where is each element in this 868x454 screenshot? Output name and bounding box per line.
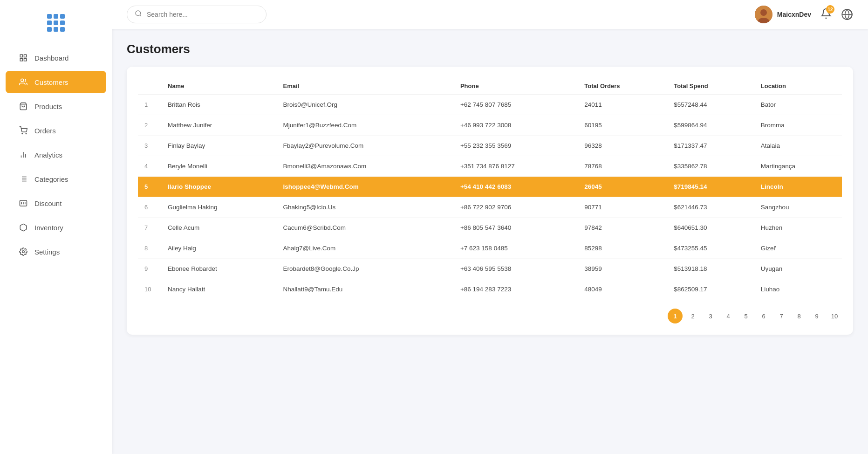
page-button[interactable]: 3 (703, 309, 718, 323)
cell-num: 3 (138, 136, 161, 156)
table-row[interactable]: 6 Guglielma Haking Ghaking5@Icio.Us +86 … (138, 197, 842, 218)
table-row[interactable]: 1 Brittan Rois Brois0@Unicef.Org +62 745… (138, 95, 842, 115)
cell-orders: 24011 (578, 95, 667, 115)
cell-phone: +351 734 876 8127 (454, 156, 578, 177)
page-button[interactable]: 7 (774, 309, 789, 323)
sidebar-item-label: Orders (34, 127, 56, 135)
cell-location: Sangzhou (754, 197, 842, 218)
col-spend: Total Spend (667, 78, 754, 95)
cell-orders: 96328 (578, 136, 667, 156)
cell-name: Ebonee Robardet (161, 259, 277, 279)
table-row[interactable]: 4 Beryle Monelli Bmonelli3@Amazonaws.Com… (138, 156, 842, 177)
search-input[interactable] (147, 11, 259, 18)
sidebar-item-products[interactable]: Products (6, 95, 106, 117)
cell-spend: $621446.73 (667, 197, 754, 218)
cell-location: Lincoln (754, 177, 842, 197)
cell-num: 8 (138, 238, 161, 259)
search-bar[interactable] (127, 6, 267, 23)
col-phone: Phone (454, 78, 578, 95)
col-location: Location (754, 78, 842, 95)
cell-location: Atalaia (754, 136, 842, 156)
cell-name: Nancy Hallatt (161, 279, 277, 300)
page-button[interactable]: 1 (668, 309, 683, 323)
sidebar-item-orders[interactable]: Orders (6, 119, 106, 142)
page-title: Customers (127, 42, 853, 56)
cell-phone: +63 406 595 5538 (454, 259, 578, 279)
cell-location: Bromma (754, 115, 842, 136)
cell-orders: 97842 (578, 218, 667, 238)
page-button[interactable]: 4 (721, 309, 736, 323)
sidebar-item-discount[interactable]: Discount (6, 192, 106, 214)
theme-toggle-button[interactable] (841, 8, 853, 21)
sidebar-item-label: Products (34, 103, 62, 110)
sidebar-item-dashboard[interactable]: Dashboard (6, 47, 106, 69)
svg-rect-2 (20, 59, 22, 61)
cell-num: 10 (138, 279, 161, 300)
table-row[interactable]: 9 Ebonee Robardet Erobardet8@Google.Co.J… (138, 259, 842, 279)
sidebar-item-label: Inventory (34, 224, 63, 232)
table-row[interactable]: 5 Ilario Shoppee Ishoppee4@Webmd.Com +54… (138, 177, 842, 197)
search-icon (135, 10, 142, 19)
page-button[interactable]: 9 (809, 309, 824, 323)
cell-email: Ghaking5@Icio.Us (277, 197, 454, 218)
cell-name: Beryle Monelli (161, 156, 277, 177)
cell-location: Liuhao (754, 279, 842, 300)
app-logo (0, 9, 112, 46)
cell-email: Ahaig7@Live.Com (277, 238, 454, 259)
sidebar-item-label: Categories (34, 175, 68, 183)
col-num (138, 78, 161, 95)
cell-phone: +86 194 283 7223 (454, 279, 578, 300)
sidebar-item-analytics[interactable]: Analytics (6, 144, 106, 166)
orders-icon (19, 126, 28, 135)
discount-icon (19, 199, 28, 208)
cell-email: Ishoppee4@Webmd.Com (277, 177, 454, 197)
cell-spend: $335862.78 (667, 156, 754, 177)
table-row[interactable]: 10 Nancy Hallatt Nhallatt9@Tamu.Edu +86 … (138, 279, 842, 300)
cell-phone: +62 745 807 7685 (454, 95, 578, 115)
cell-name: Guglielma Haking (161, 197, 277, 218)
cell-orders: 38959 (578, 259, 667, 279)
cell-orders: 78768 (578, 156, 667, 177)
cell-name: Finlay Baylay (161, 136, 277, 156)
table-row[interactable]: 2 Matthew Junifer Mjunifer1@Buzzfeed.Com… (138, 115, 842, 136)
svg-line-20 (140, 15, 141, 16)
sidebar-item-label: Discount (34, 199, 62, 207)
page-button[interactable]: 8 (792, 309, 806, 323)
cell-email: Brois0@Unicef.Org (277, 95, 454, 115)
page-button[interactable]: 6 (756, 309, 771, 323)
cell-spend: $640651.30 (667, 218, 754, 238)
cell-name: Celle Acum (161, 218, 277, 238)
user-info: MaicxnDev (755, 6, 811, 23)
svg-point-19 (136, 11, 141, 16)
dashboard-icon (19, 53, 28, 62)
cell-num: 4 (138, 156, 161, 177)
grid-icon (47, 14, 65, 32)
col-name: Name (161, 78, 277, 95)
avatar (755, 6, 772, 23)
sidebar: Dashboard Customers Products Orders Anal… (0, 0, 112, 454)
svg-point-6 (22, 133, 23, 134)
sidebar-item-settings[interactable]: Settings (6, 241, 106, 263)
cell-num: 7 (138, 218, 161, 238)
table-row[interactable]: 8 Ailey Haig Ahaig7@Live.Com +7 623 158 … (138, 238, 842, 259)
cell-spend: $557248.44 (667, 95, 754, 115)
table-row[interactable]: 3 Finlay Baylay Fbaylay2@Purevolume.Com … (138, 136, 842, 156)
cell-phone: +86 722 902 9706 (454, 197, 578, 218)
sidebar-item-label: Dashboard (34, 54, 68, 62)
cell-orders: 26045 (578, 177, 667, 197)
cell-name: Ilario Shoppee (161, 177, 277, 197)
categories-icon (19, 174, 28, 184)
sidebar-item-customers[interactable]: Customers (6, 71, 106, 93)
sidebar-item-inventory[interactable]: Inventory (6, 216, 106, 239)
page-button[interactable]: 10 (827, 309, 842, 323)
sidebar-item-categories[interactable]: Categories (6, 168, 106, 190)
table-row[interactable]: 7 Celle Acum Cacum6@Scribd.Com +86 805 5… (138, 218, 842, 238)
products-icon (19, 102, 28, 111)
cell-orders: 85298 (578, 238, 667, 259)
cell-num: 6 (138, 197, 161, 218)
cell-spend: $719845.14 (667, 177, 754, 197)
page-button[interactable]: 2 (685, 309, 700, 323)
page-button[interactable]: 5 (738, 309, 753, 323)
notification-button[interactable]: 12 (820, 8, 832, 21)
cell-location: Bator (754, 95, 842, 115)
